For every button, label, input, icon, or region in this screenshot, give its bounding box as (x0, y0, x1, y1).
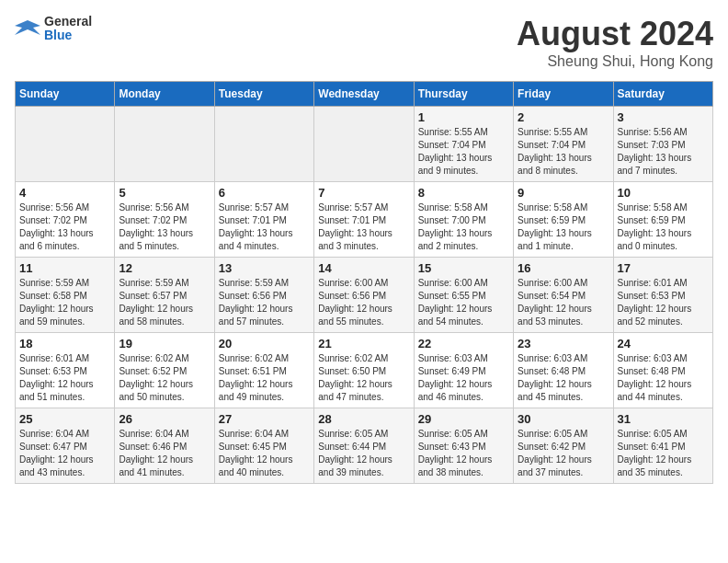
day-detail: Sunrise: 5:56 AMSunset: 7:03 PMDaylight:… (618, 126, 709, 178)
month-title: August 2024 (517, 15, 713, 53)
calendar-cell: 5Sunrise: 5:56 AMSunset: 7:02 PMDaylight… (115, 182, 214, 258)
day-number: 27 (219, 412, 310, 426)
calendar-cell: 4Sunrise: 5:56 AMSunset: 7:02 PMDaylight… (16, 182, 115, 258)
calendar-cell: 2Sunrise: 5:55 AMSunset: 7:04 PMDaylight… (514, 107, 613, 182)
day-number: 17 (618, 261, 709, 275)
day-detail: Sunrise: 6:02 AMSunset: 6:52 PMDaylight:… (119, 352, 210, 404)
day-number: 29 (418, 412, 509, 426)
day-number: 28 (318, 412, 409, 426)
calendar-cell: 23Sunrise: 6:03 AMSunset: 6:48 PMDayligh… (514, 333, 613, 408)
day-detail: Sunrise: 5:58 AMSunset: 7:00 PMDaylight:… (418, 201, 509, 253)
day-detail: Sunrise: 6:01 AMSunset: 6:53 PMDaylight:… (19, 352, 110, 404)
calendar-cell (314, 107, 414, 182)
week-row-5: 25Sunrise: 6:04 AMSunset: 6:47 PMDayligh… (16, 408, 713, 484)
day-detail: Sunrise: 6:00 AMSunset: 6:56 PMDaylight:… (318, 277, 409, 328)
day-detail: Sunrise: 5:57 AMSunset: 7:01 PMDaylight:… (219, 201, 310, 253)
calendar-cell: 8Sunrise: 5:58 AMSunset: 7:00 PMDaylight… (414, 182, 513, 258)
day-detail: Sunrise: 5:58 AMSunset: 6:59 PMDaylight:… (518, 201, 609, 253)
day-number: 11 (19, 261, 110, 275)
day-detail: Sunrise: 6:05 AMSunset: 6:43 PMDaylight:… (418, 428, 509, 479)
day-detail: Sunrise: 6:04 AMSunset: 6:46 PMDaylight:… (119, 428, 210, 479)
day-detail: Sunrise: 6:01 AMSunset: 6:53 PMDaylight:… (618, 277, 709, 328)
calendar-cell: 29Sunrise: 6:05 AMSunset: 6:43 PMDayligh… (414, 408, 513, 484)
week-row-1: 1Sunrise: 5:55 AMSunset: 7:04 PMDaylight… (16, 107, 713, 182)
day-detail: Sunrise: 5:55 AMSunset: 7:04 PMDaylight:… (518, 126, 609, 178)
calendar-cell: 30Sunrise: 6:05 AMSunset: 6:42 PMDayligh… (514, 408, 613, 484)
day-detail: Sunrise: 6:04 AMSunset: 6:45 PMDaylight:… (219, 428, 310, 479)
day-number: 3 (618, 110, 709, 124)
calendar-cell: 25Sunrise: 6:04 AMSunset: 6:47 PMDayligh… (16, 408, 115, 484)
day-number: 24 (618, 337, 709, 350)
calendar-cell: 17Sunrise: 6:01 AMSunset: 6:53 PMDayligh… (613, 258, 712, 333)
day-detail: Sunrise: 6:00 AMSunset: 6:54 PMDaylight:… (518, 277, 609, 328)
calendar-cell: 3Sunrise: 5:56 AMSunset: 7:03 PMDaylight… (613, 107, 712, 182)
calendar-cell: 10Sunrise: 5:58 AMSunset: 6:59 PMDayligh… (613, 182, 712, 258)
day-number: 7 (318, 186, 409, 200)
day-detail: Sunrise: 6:03 AMSunset: 6:48 PMDaylight:… (618, 352, 709, 404)
calendar-cell: 20Sunrise: 6:02 AMSunset: 6:51 PMDayligh… (214, 333, 313, 408)
weekday-header-wednesday: Wednesday (314, 82, 414, 107)
day-detail: Sunrise: 6:05 AMSunset: 6:41 PMDaylight:… (618, 428, 709, 479)
day-number: 14 (318, 261, 409, 275)
day-number: 4 (19, 186, 110, 200)
day-number: 21 (318, 337, 409, 350)
weekday-header-saturday: Saturday (613, 82, 712, 107)
day-detail: Sunrise: 6:05 AMSunset: 6:44 PMDaylight:… (318, 428, 409, 479)
logo-general: General (44, 15, 92, 29)
logo-blue: Blue (44, 29, 92, 42)
calendar-cell: 14Sunrise: 6:00 AMSunset: 6:56 PMDayligh… (314, 258, 414, 333)
calendar-cell: 11Sunrise: 5:59 AMSunset: 6:58 PMDayligh… (16, 258, 115, 333)
week-row-2: 4Sunrise: 5:56 AMSunset: 7:02 PMDaylight… (16, 182, 713, 258)
day-detail: Sunrise: 6:05 AMSunset: 6:42 PMDaylight:… (518, 428, 609, 479)
day-detail: Sunrise: 6:04 AMSunset: 6:47 PMDaylight:… (19, 428, 110, 479)
calendar-cell: 7Sunrise: 5:57 AMSunset: 7:01 PMDaylight… (314, 182, 414, 258)
day-number: 5 (119, 186, 210, 200)
day-number: 15 (418, 261, 509, 275)
day-number: 12 (119, 261, 210, 275)
calendar-cell: 16Sunrise: 6:00 AMSunset: 6:54 PMDayligh… (514, 258, 613, 333)
day-number: 30 (518, 412, 609, 426)
week-row-3: 11Sunrise: 5:59 AMSunset: 6:58 PMDayligh… (16, 258, 713, 333)
day-detail: Sunrise: 6:02 AMSunset: 6:50 PMDaylight:… (318, 352, 409, 404)
day-number: 6 (219, 186, 310, 200)
logo-bird-icon (15, 18, 40, 39)
calendar-cell: 12Sunrise: 5:59 AMSunset: 6:57 PMDayligh… (115, 258, 214, 333)
calendar-cell: 28Sunrise: 6:05 AMSunset: 6:44 PMDayligh… (314, 408, 414, 484)
calendar-cell: 21Sunrise: 6:02 AMSunset: 6:50 PMDayligh… (314, 333, 414, 408)
location-title: Sheung Shui, Hong Kong (517, 53, 713, 70)
calendar-cell: 27Sunrise: 6:04 AMSunset: 6:45 PMDayligh… (214, 408, 313, 484)
calendar-cell: 15Sunrise: 6:00 AMSunset: 6:55 PMDayligh… (414, 258, 513, 333)
day-detail: Sunrise: 5:57 AMSunset: 7:01 PMDaylight:… (318, 201, 409, 253)
day-detail: Sunrise: 6:03 AMSunset: 6:48 PMDaylight:… (518, 352, 609, 404)
day-number: 20 (219, 337, 310, 350)
day-number: 13 (219, 261, 310, 275)
title-area: August 2024 Sheung Shui, Hong Kong (517, 15, 713, 70)
day-number: 19 (119, 337, 210, 350)
day-number: 22 (418, 337, 509, 350)
weekday-header-friday: Friday (514, 82, 613, 107)
svg-marker-0 (15, 20, 40, 35)
calendar-body: 1Sunrise: 5:55 AMSunset: 7:04 PMDaylight… (16, 107, 713, 484)
calendar-cell: 19Sunrise: 6:02 AMSunset: 6:52 PMDayligh… (115, 333, 214, 408)
day-detail: Sunrise: 6:02 AMSunset: 6:51 PMDaylight:… (219, 352, 310, 404)
calendar-cell: 22Sunrise: 6:03 AMSunset: 6:49 PMDayligh… (414, 333, 513, 408)
day-detail: Sunrise: 6:03 AMSunset: 6:49 PMDaylight:… (418, 352, 509, 404)
calendar-cell: 9Sunrise: 5:58 AMSunset: 6:59 PMDaylight… (514, 182, 613, 258)
day-detail: Sunrise: 5:56 AMSunset: 7:02 PMDaylight:… (19, 201, 110, 253)
day-number: 9 (518, 186, 609, 200)
day-number: 25 (19, 412, 110, 426)
calendar-cell: 1Sunrise: 5:55 AMSunset: 7:04 PMDaylight… (414, 107, 513, 182)
day-number: 8 (418, 186, 509, 200)
day-number: 18 (19, 337, 110, 350)
day-number: 23 (518, 337, 609, 350)
calendar-cell: 31Sunrise: 6:05 AMSunset: 6:41 PMDayligh… (613, 408, 712, 484)
day-detail: Sunrise: 5:56 AMSunset: 7:02 PMDaylight:… (119, 201, 210, 253)
logo: General Blue (15, 15, 92, 43)
day-detail: Sunrise: 6:00 AMSunset: 6:55 PMDaylight:… (418, 277, 509, 328)
weekday-header-tuesday: Tuesday (214, 82, 313, 107)
day-detail: Sunrise: 5:58 AMSunset: 6:59 PMDaylight:… (618, 201, 709, 253)
calendar-cell (214, 107, 313, 182)
day-number: 31 (618, 412, 709, 426)
calendar-cell: 6Sunrise: 5:57 AMSunset: 7:01 PMDaylight… (214, 182, 313, 258)
day-detail: Sunrise: 5:55 AMSunset: 7:04 PMDaylight:… (418, 126, 509, 178)
